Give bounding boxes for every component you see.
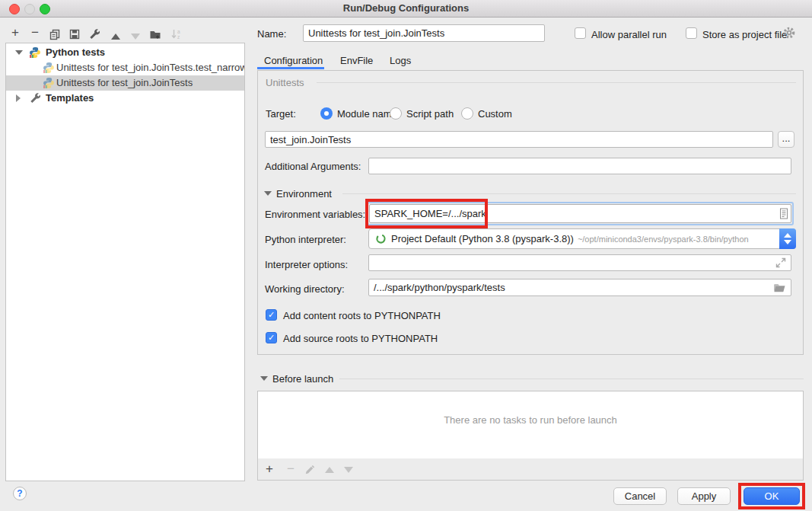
- section-separator-line: [339, 378, 804, 379]
- target-custom-label: Custom: [478, 108, 512, 120]
- allow-parallel-run-label: Allow parallel run: [591, 29, 667, 40]
- working-directory-label: Working directory:: [265, 283, 345, 295]
- move-up-button[interactable]: [108, 29, 123, 44]
- expand-collapse-icon[interactable]: [15, 50, 23, 55]
- remove-task-button[interactable]: −: [283, 461, 298, 477]
- python-tests-icon: [29, 46, 41, 59]
- add-source-roots-label: Add source roots to PYTHONPATH: [283, 333, 438, 344]
- zoom-window-button[interactable]: [40, 4, 50, 14]
- save-icon: [68, 28, 81, 40]
- gear-icon[interactable]: [782, 26, 796, 40]
- browse-folder-icon[interactable]: [773, 282, 786, 294]
- add-content-roots-checkbox[interactable]: ✓: [266, 309, 277, 321]
- empty-task-message: There are no tasks to run before launch: [258, 414, 803, 426]
- name-input[interactable]: [303, 24, 545, 42]
- add-content-roots-label: Add content roots to PYTHONPATH: [283, 310, 441, 321]
- module-name-input[interactable]: [265, 131, 773, 148]
- new-folder-button[interactable]: [148, 27, 163, 42]
- before-launch-collapse-icon[interactable]: [260, 376, 268, 381]
- allow-parallel-run-checkbox[interactable]: [575, 27, 586, 39]
- additional-arguments-input[interactable]: [368, 158, 791, 174]
- sort-configurations-button[interactable]: az: [169, 27, 184, 42]
- before-launch-toolbar: + −: [257, 458, 804, 481]
- add-task-button[interactable]: +: [262, 461, 277, 477]
- expand-field-icon[interactable]: [775, 257, 787, 269]
- environment-variables-label: Environment variables:: [265, 209, 365, 220]
- target-module-name-radio[interactable]: [320, 107, 333, 120]
- templates-wrench-icon: [29, 92, 41, 104]
- interpreter-options-input[interactable]: [368, 254, 791, 271]
- tree-item-label: Python tests: [46, 45, 105, 60]
- tree-item-label: Unittests for test_join.JoinTests: [56, 75, 193, 91]
- chevron-down-icon: [784, 240, 791, 244]
- remove-configuration-button[interactable]: −: [27, 25, 43, 40]
- section-separator-line: [342, 193, 796, 194]
- target-script-path-radio[interactable]: [390, 107, 402, 120]
- name-label: Name:: [257, 28, 286, 40]
- before-launch-task-list[interactable]: There are no tasks to run before launch: [257, 391, 804, 459]
- browse-module-button[interactable]: ...: [778, 131, 794, 148]
- python-interpreter-label: Python interpreter:: [265, 234, 346, 245]
- interpreter-dropdown-stepper[interactable]: [779, 228, 796, 249]
- tab-envfile[interactable]: EnvFile: [340, 53, 373, 69]
- remove-icon: −: [31, 25, 39, 40]
- save-configuration-button[interactable]: [67, 27, 82, 42]
- edit-task-pencil-icon[interactable]: [304, 465, 315, 475]
- annotation-box-env-vars: [365, 199, 488, 228]
- help-button[interactable]: ?: [13, 487, 27, 500]
- tree-item-label: Unittests for test_join.JoinTests.test_n…: [56, 60, 245, 75]
- tab-logs[interactable]: Logs: [390, 53, 411, 69]
- chevron-up-icon: [784, 233, 791, 238]
- run-debug-configurations-dialog: Run/Debug Configurations + − az Python t…: [0, 0, 812, 511]
- configurations-tree-panel: Python tests Unittests for test_join.Joi…: [5, 43, 245, 481]
- apply-button-label: Apply: [692, 490, 717, 502]
- show-variables-list-icon[interactable]: [778, 207, 790, 220]
- environment-section-collapse-icon[interactable]: [264, 191, 272, 196]
- copy-configuration-button[interactable]: [47, 27, 62, 42]
- store-as-project-file-checkbox[interactable]: [686, 27, 697, 39]
- tree-item-python-tests[interactable]: Python tests: [6, 45, 244, 60]
- store-as-project-file-label: Store as project file: [702, 29, 787, 40]
- close-window-button[interactable]: [9, 4, 20, 14]
- move-up-icon: [111, 34, 120, 40]
- working-directory-input[interactable]: [368, 279, 791, 296]
- question-mark-icon: ?: [17, 488, 22, 499]
- edit-templates-button[interactable]: [87, 27, 102, 42]
- target-module-name-label: Module name: [337, 108, 397, 120]
- add-configuration-button[interactable]: +: [8, 25, 23, 40]
- sort-az-icon: az: [170, 28, 183, 40]
- minimize-window-button[interactable]: [24, 4, 35, 14]
- cancel-button[interactable]: Cancel: [613, 487, 667, 505]
- before-launch-title: Before launch: [272, 373, 333, 385]
- interpreter-value: Project Default (Python 3.8 (pyspark-3.8…: [391, 233, 574, 244]
- additional-arguments-label: Additional Arguments:: [265, 161, 361, 172]
- new-folder-icon: [149, 28, 161, 40]
- environment-section-title: Environment: [276, 188, 332, 200]
- active-tab-underline: [257, 67, 324, 69]
- python-interpreter-select[interactable]: Project Default (Python 3.8 (pyspark-3.8…: [368, 228, 796, 249]
- ellipsis-icon: ...: [782, 133, 791, 144]
- target-custom-radio[interactable]: [461, 107, 473, 120]
- tree-item-unittests-test-narrow[interactable]: Unittests for test_join.JoinTests.test_n…: [6, 60, 244, 75]
- check-icon: ✓: [268, 333, 275, 342]
- move-task-down-icon[interactable]: [344, 467, 353, 473]
- group-separator-line: [317, 82, 796, 83]
- window-title: Run/Debug Configurations: [0, 0, 812, 17]
- add-icon: +: [266, 461, 273, 477]
- wrench-icon: [88, 28, 100, 40]
- apply-button[interactable]: Apply: [677, 487, 731, 505]
- tab-configuration[interactable]: Configuration: [264, 53, 323, 69]
- move-down-icon: [131, 34, 140, 40]
- move-task-up-icon[interactable]: [325, 467, 334, 473]
- remove-icon: −: [287, 461, 295, 477]
- tree-item-templates[interactable]: Templates: [6, 91, 244, 106]
- interpreter-path: ~/opt/miniconda3/envs/pyspark-3.8/bin/py…: [578, 235, 749, 244]
- tree-item-unittests-jointests-selected[interactable]: Unittests for test_join.JoinTests: [6, 75, 244, 91]
- cancel-button-label: Cancel: [625, 490, 655, 502]
- unittests-group-title: Unittests: [266, 77, 304, 88]
- expand-collapse-icon[interactable]: [16, 94, 21, 102]
- add-source-roots-checkbox[interactable]: ✓: [266, 332, 277, 343]
- move-down-button[interactable]: [128, 29, 143, 44]
- python-test-config-icon: [43, 77, 55, 89]
- annotation-box-ok-button: [738, 483, 805, 509]
